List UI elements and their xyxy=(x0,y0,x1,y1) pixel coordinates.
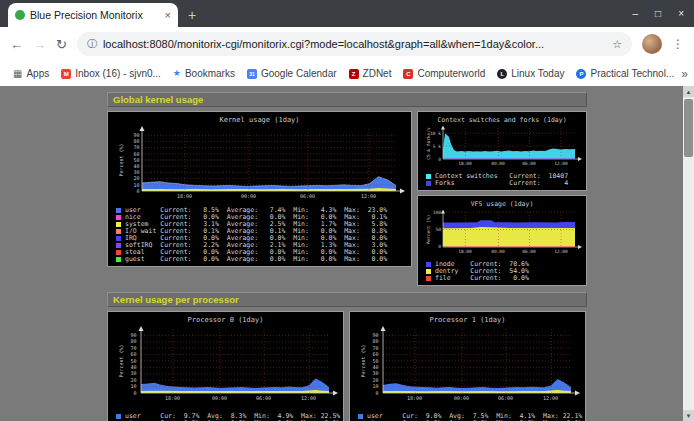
bookmarks-bar: ▦ Apps M Inbox (16) - sjvn0... ★ Bookmar… xyxy=(0,61,694,87)
x-tick-label: 12:00 xyxy=(550,161,572,166)
browser-window: Blue Precision Monitorix × + – □ × ← → ↻… xyxy=(0,0,694,421)
legend-swatch xyxy=(116,236,121,241)
bookmark-google-calendar[interactable]: 31 Google Calendar xyxy=(242,66,342,81)
profile-avatar[interactable] xyxy=(642,34,662,54)
graph-title: Processor 0 (1day) xyxy=(110,316,341,324)
processor-1-graph[interactable]: Processor 1 (1day) xyxy=(349,311,586,421)
legend-row: file Current: 0.0% xyxy=(426,275,584,282)
legend-swatch xyxy=(116,243,121,248)
vfs-legend: inode Current: 70.6% dentry Current: 54.… xyxy=(426,261,584,282)
bookmark-bookmarks[interactable]: ★ Bookmarks xyxy=(168,66,240,81)
vfs-usage-graph[interactable]: VFS usage (1day) xyxy=(417,195,587,286)
scroll-up-icon[interactable]: ▲ xyxy=(683,86,694,97)
legend-swatch xyxy=(426,181,431,186)
scrollbar-thumb[interactable] xyxy=(684,99,693,157)
new-tab-button[interactable]: + xyxy=(188,8,196,22)
legend-swatch xyxy=(116,250,121,255)
section-global-kernel-usage: Global kernel usage xyxy=(107,92,587,107)
page-scrollbar[interactable]: ▲ ▼ xyxy=(683,86,694,421)
tab-close-icon[interactable]: × xyxy=(165,9,171,21)
x-tick-label: 06:00 xyxy=(518,161,540,166)
monitorix-page: Global kernel usage Kernel usage (1day) xyxy=(0,86,694,421)
graph-title: Context switches and forks (1day) xyxy=(420,116,584,124)
nav-toolbar: ← → ↻ ⓘ localhost:8080/monitorix-cgi/mon… xyxy=(0,27,694,61)
context-switches-plot: 10 k 5 k 0 CS & forks/s 18:00 00:00 06:0… xyxy=(421,125,583,171)
bookmarks-overflow-icon[interactable]: » xyxy=(681,67,688,81)
kernel-legend: user Current: 8.5% Average: 7.4% Min: 4.… xyxy=(116,207,409,263)
legend-row: Forks Current: 4 xyxy=(426,180,584,187)
legend-swatch xyxy=(116,222,121,227)
legend-swatch xyxy=(116,257,121,262)
bookmark-apps[interactable]: ▦ Apps xyxy=(8,66,54,81)
kernel-usage-graph[interactable]: Kernel usage (1day) xyxy=(107,111,412,267)
maximize-button[interactable]: □ xyxy=(655,8,661,19)
bookmark-zdnet[interactable]: Z ZDNet xyxy=(344,66,397,81)
tab-strip: Blue Precision Monitorix × + – □ × xyxy=(0,0,694,27)
x-tick-label: 00:00 xyxy=(237,193,261,199)
processor-0-graph[interactable]: Processor 0 (1day) xyxy=(107,311,344,421)
legend-swatch xyxy=(116,208,121,213)
forward-icon[interactable]: → xyxy=(33,38,46,51)
reload-icon[interactable]: ↻ xyxy=(56,38,67,51)
x-tick-label: 06:00 xyxy=(494,395,518,401)
bookmark-practical-tech[interactable]: P Practical Technol... xyxy=(571,66,679,81)
processor-1-plot: 90 80 70 60 50 40 30 20 10 0 Percent (%)… xyxy=(355,325,581,411)
graph-title: Processor 1 (1day) xyxy=(352,316,583,324)
legend-swatch xyxy=(358,414,363,419)
page-info-icon[interactable]: ⓘ xyxy=(87,37,97,51)
minimize-button[interactable]: – xyxy=(633,8,639,19)
x-tick-label: 18:00 xyxy=(454,249,476,254)
url-text[interactable]: localhost:8080/monitorix-cgi/monitorix.c… xyxy=(103,38,606,50)
legend-swatch xyxy=(426,174,431,179)
processor-row: Processor 0 (1day) xyxy=(107,311,587,421)
legend-swatch xyxy=(426,276,431,281)
browser-tab[interactable]: Blue Precision Monitorix × xyxy=(8,3,178,27)
legend-swatch xyxy=(116,215,121,220)
legend-text: file Current: 0.0% xyxy=(435,275,529,282)
y-axis-label: Percent (%) xyxy=(118,331,124,391)
monitorix-favicon-icon xyxy=(15,10,25,20)
bookmark-label: Practical Technol... xyxy=(590,68,674,79)
bookmark-label: Computerworld xyxy=(417,68,485,79)
x-tick-label: 00:00 xyxy=(208,395,232,401)
bookmark-computerworld[interactable]: C Computerworld xyxy=(398,66,490,81)
right-graph-column: Context switches and forks (1day) xyxy=(417,111,587,286)
address-bar[interactable]: ⓘ localhost:8080/monitorix-cgi/monitorix… xyxy=(77,32,632,56)
back-icon[interactable]: ← xyxy=(10,38,23,51)
close-button[interactable]: × xyxy=(678,8,684,19)
bookmark-label: Google Calendar xyxy=(261,68,337,79)
bookmark-label: Apps xyxy=(26,68,49,79)
section-title: Kernel usage per processor xyxy=(113,294,239,305)
graph-title: VFS usage (1day) xyxy=(420,200,584,208)
bookmark-star-icon[interactable]: ☆ xyxy=(612,38,622,51)
legend-text: Forks Current: 4 xyxy=(435,180,568,187)
bookmark-linux-today[interactable]: L Linux Today xyxy=(492,66,569,81)
section-kernel-per-processor: Kernel usage per processor xyxy=(107,292,587,307)
processor-0-plot: 90 80 70 60 50 40 30 20 10 0 Percent (%)… xyxy=(113,325,339,411)
legend-swatch xyxy=(116,229,121,234)
processor-1-legend: user Cur: 9.0% Avg: 7.5% Min: 4.1% Max: … xyxy=(358,413,583,421)
legend-text: guest Current: 0.0% Average: 0.0% Min: 0… xyxy=(125,256,387,263)
y-axis-label: CS & forks/s xyxy=(426,122,431,166)
scroll-down-icon[interactable]: ▼ xyxy=(683,410,694,421)
linux-today-icon: L xyxy=(497,69,507,79)
context-switches-graph[interactable]: Context switches and forks (1day) xyxy=(417,111,587,191)
star-icon: ★ xyxy=(173,69,181,78)
legend-row: guest Current: 0.0% Average: 0.0% Min: 0… xyxy=(116,256,409,263)
y-axis-label: Percent (%) xyxy=(118,130,124,190)
vfs-usage-plot: 100 50 0 Percent (%) 18:00 00:00 06:00 1… xyxy=(421,209,583,259)
x-tick-label: 00:00 xyxy=(487,249,509,254)
zdnet-icon: Z xyxy=(349,69,359,79)
browser-menu-icon[interactable]: ⋮ xyxy=(672,37,684,51)
calendar-icon: 31 xyxy=(247,69,257,79)
bookmark-inbox[interactable]: M Inbox (16) - sjvn0... xyxy=(56,66,166,81)
x-tick-label: 18:00 xyxy=(454,161,476,166)
context-switches-legend: Context switches Current: 10407 Forks Cu… xyxy=(426,173,584,187)
y-axis-label: Percent (%) xyxy=(426,208,431,252)
x-tick-label: 00:00 xyxy=(450,395,474,401)
mail-icon: M xyxy=(61,69,71,79)
x-tick-label: 06:00 xyxy=(296,193,320,199)
practical-tech-icon: P xyxy=(576,69,586,79)
kernel-row: Kernel usage (1day) xyxy=(107,111,587,286)
x-tick-label: 06:00 xyxy=(518,249,540,254)
